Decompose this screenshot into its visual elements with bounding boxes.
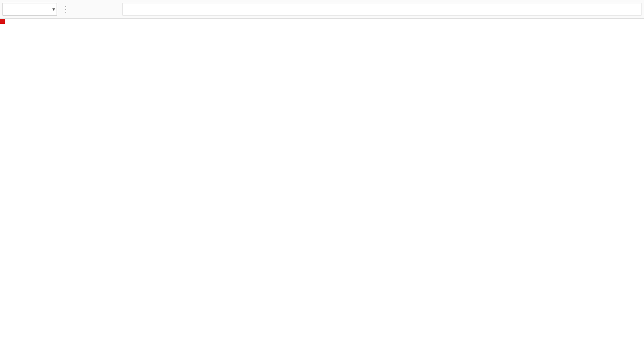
- name-box[interactable]: ▾: [3, 3, 57, 16]
- accept-formula-icon[interactable]: [91, 3, 105, 16]
- spreadsheet-grid[interactable]: [0, 19, 644, 361]
- formula-input[interactable]: [122, 3, 641, 16]
- chevron-down-icon[interactable]: ▾: [52, 6, 55, 12]
- formula-bar: ▾ ⋮: [0, 0, 644, 19]
- vertical-dots-icon: ⋮: [59, 3, 73, 16]
- cancel-formula-icon[interactable]: [75, 3, 89, 16]
- highlight-box: [0, 19, 5, 24]
